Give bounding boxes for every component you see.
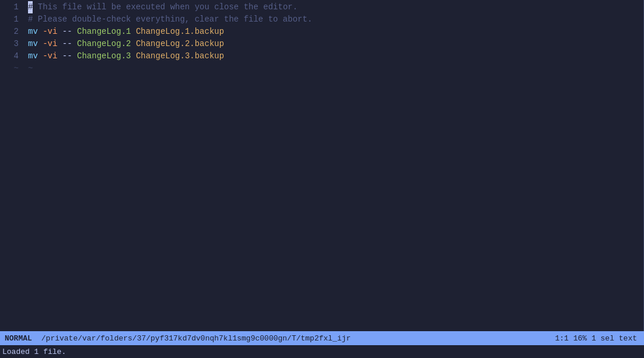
- line-numbers: 1 1 2 3 4 ~: [0, 0, 23, 331]
- code-line-tilde: ~: [28, 62, 644, 75]
- dst-file-2: ChangeLog.2.backup: [136, 38, 224, 50]
- sep-2: --: [62, 38, 72, 50]
- dst-file-3: ChangeLog.3.backup: [136, 50, 224, 62]
- scroll-pct-val: 16%: [573, 334, 587, 343]
- cmd-mv-2: mv: [28, 38, 38, 50]
- line-num-4: 3: [0, 38, 19, 50]
- comment-2: # Please double-check everything, clear …: [28, 13, 312, 26]
- code-line-3: mv -vi -- ChangeLog.1 ChangeLog.1.backup: [28, 26, 644, 38]
- line-num-6: ~: [0, 62, 19, 75]
- cursor: #: [28, 1, 33, 13]
- src-file-1: ChangeLog.1: [77, 26, 131, 38]
- flag-vi-1: -vi: [43, 26, 57, 38]
- line-num-1: 1: [0, 1, 19, 13]
- code-line-5: mv -vi -- ChangeLog.3 ChangeLog.3.backup: [28, 50, 644, 62]
- selection-count: 1 sel: [592, 334, 614, 343]
- status-bar: NORMAL /private/var/folders/37/pyf317kd7…: [0, 331, 644, 345]
- src-file-3: ChangeLog.3: [77, 50, 131, 62]
- cmd-mv-1: mv: [28, 26, 38, 38]
- code-line-2: # Please double-check everything, clear …: [28, 13, 644, 26]
- bottom-message: Loaded 1 file.: [2, 348, 66, 356]
- flag-vi-2: -vi: [43, 38, 57, 50]
- tilde-char: ~: [28, 62, 33, 75]
- sep-1: --: [62, 26, 72, 38]
- file-path: /private/var/folders/37/pyf317kd7dv0nqh7…: [37, 334, 548, 343]
- mode-indicator: NORMAL: [0, 331, 37, 345]
- cmd-mv-3: mv: [28, 50, 38, 62]
- sep-3: --: [62, 50, 72, 62]
- dst-file-1: ChangeLog.1.backup: [136, 26, 224, 38]
- src-file-2: ChangeLog.2: [77, 38, 131, 50]
- comment-1: This file will be executed when you clos…: [33, 1, 298, 13]
- bottom-bar: Loaded 1 file.: [0, 345, 644, 358]
- line-num-5: 4: [0, 50, 19, 62]
- cursor-position: 1:1: [555, 334, 569, 343]
- code-line-4: mv -vi -- ChangeLog.2 ChangeLog.2.backup: [28, 38, 644, 50]
- file-type: text: [619, 334, 637, 343]
- cursor-info: 1:1 16% 1 sel text: [548, 334, 644, 343]
- line-num-2: 1: [0, 13, 19, 26]
- flag-vi-3: -vi: [43, 50, 57, 62]
- line-num-3: 2: [0, 26, 19, 38]
- code-area[interactable]: # This file will be executed when you cl…: [23, 0, 644, 331]
- code-line-1: # This file will be executed when you cl…: [28, 1, 644, 13]
- editor-area[interactable]: 1 1 2 3 4 ~ # This file will be executed…: [0, 0, 644, 331]
